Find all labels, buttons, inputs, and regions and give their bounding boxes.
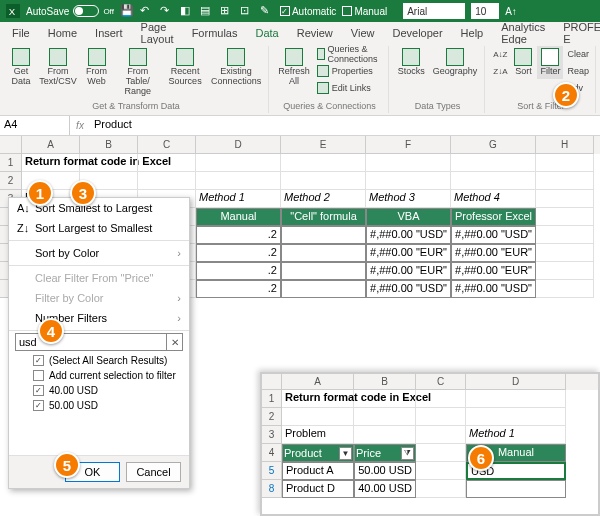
row-header[interactable]: 2 (0, 172, 22, 190)
filter-button[interactable]: Filter (537, 46, 563, 79)
cell[interactable]: Method 1 (196, 190, 281, 208)
col-header[interactable]: C (416, 374, 466, 390)
from-csv-button[interactable]: From Text/CSV (36, 46, 80, 89)
table-header-product[interactable]: Product▼ (282, 444, 354, 462)
queries-conn-item[interactable]: Queries & Connections (315, 46, 384, 62)
select-all-checkbox[interactable]: ✓(Select All Search Results) (9, 353, 189, 368)
from-web-button[interactable]: From Web (82, 46, 112, 89)
table-header[interactable]: Professor Excel (451, 208, 536, 226)
sort-za-icon[interactable]: Z↓A (491, 63, 509, 79)
row-header[interactable]: 1 (262, 390, 282, 408)
cell[interactable]: .2 (196, 280, 281, 298)
get-data-button[interactable]: Get Data (8, 46, 34, 89)
col-header[interactable]: D (466, 374, 566, 390)
tab-developer[interactable]: Developer (384, 22, 450, 44)
automatic-checkbox[interactable]: ✓Automatic (280, 6, 336, 17)
cell[interactable]: #,##0.00 "EUR" (451, 262, 536, 280)
cell[interactable]: Return format code in Excel (282, 390, 354, 408)
tab-home[interactable]: Home (40, 22, 85, 44)
autosave-toggle[interactable]: AutoSave Off (26, 5, 114, 17)
tab-analytics[interactable]: Analytics Edge (493, 22, 553, 44)
tab-view[interactable]: View (343, 22, 383, 44)
table-header[interactable]: "Cell" formula (281, 208, 366, 226)
row-header[interactable]: 8 (262, 480, 282, 498)
fx-icon[interactable]: fx (70, 116, 90, 135)
filter-search-input[interactable] (15, 333, 167, 351)
qat-icon[interactable]: ▤ (200, 4, 214, 18)
stocks-button[interactable]: Stocks (395, 46, 428, 79)
tab-formulas[interactable]: Formulas (184, 22, 246, 44)
tab-data[interactable]: Data (247, 22, 286, 44)
name-box[interactable]: A4 (0, 116, 70, 135)
col-header[interactable]: C (138, 136, 196, 154)
cell[interactable]: .2 (196, 244, 281, 262)
cell[interactable] (281, 244, 366, 262)
recent-sources-button[interactable]: Recent Sources (164, 46, 206, 89)
cell[interactable]: .2 (196, 262, 281, 280)
cell[interactable]: #,##0.00 "EUR" (366, 262, 451, 280)
col-header[interactable]: A (22, 136, 80, 154)
cell[interactable] (281, 280, 366, 298)
cell[interactable]: .2 (196, 226, 281, 244)
col-header[interactable]: G (451, 136, 536, 154)
row-header[interactable]: 1 (0, 154, 22, 172)
clear-search-icon[interactable]: ✕ (167, 333, 183, 351)
tab-review[interactable]: Review (289, 22, 341, 44)
cell[interactable]: Product A (282, 462, 354, 480)
select-all-corner[interactable] (262, 374, 282, 390)
filter-active-icon[interactable]: ⧩ (401, 447, 414, 460)
filter-value-checkbox[interactable]: ✓40.00 USD (9, 383, 189, 398)
cell[interactable]: Product D (282, 480, 354, 498)
cell[interactable]: #,##0.00 "USD" (366, 226, 451, 244)
cell[interactable]: Method 2 (281, 190, 366, 208)
manual-checkbox[interactable]: Manual (342, 6, 387, 17)
redo-icon[interactable]: ↷ (160, 4, 174, 18)
col-header[interactable]: B (80, 136, 138, 154)
geography-button[interactable]: Geography (430, 46, 481, 79)
table-header[interactable]: Manual (196, 208, 281, 226)
cell[interactable] (281, 262, 366, 280)
sort-desc-item[interactable]: Z↓Sort Largest to Smallest (9, 218, 189, 238)
number-filters-item[interactable]: Number Filters› (9, 308, 189, 328)
col-header[interactable]: A (282, 374, 354, 390)
tab-insert[interactable]: Insert (87, 22, 131, 44)
table-header[interactable]: VBA (366, 208, 451, 226)
sort-button[interactable]: Sort (511, 46, 535, 79)
properties-item[interactable]: Properties (315, 63, 384, 79)
reapply-item[interactable]: Reap (565, 63, 591, 79)
font-name-box[interactable]: Arial (403, 3, 465, 19)
cell[interactable]: #,##0.00 "EUR" (451, 244, 536, 262)
col-header[interactable]: D (196, 136, 281, 154)
clear-filter-item[interactable]: Clear (565, 46, 591, 62)
filter-value-checkbox[interactable]: ✓50.00 USD (9, 398, 189, 413)
filter-dropdown-icon[interactable]: ▼ (339, 447, 352, 460)
cell[interactable]: Return format code in Excel (22, 154, 80, 172)
cell[interactable] (281, 226, 366, 244)
tab-file[interactable]: File (4, 22, 38, 44)
cell[interactable]: Method 4 (451, 190, 536, 208)
cell[interactable]: Method 3 (366, 190, 451, 208)
col-header[interactable]: E (281, 136, 366, 154)
select-all-corner[interactable] (0, 136, 22, 154)
sort-by-color-item[interactable]: Sort by Color› (9, 243, 189, 263)
col-header[interactable]: F (366, 136, 451, 154)
row-header[interactable]: 2 (262, 408, 282, 426)
cell[interactable]: 40.00 USD (354, 480, 416, 498)
qat-icon[interactable]: ⊞ (220, 4, 234, 18)
cell[interactable]: #,##0.00 "USD" (451, 280, 536, 298)
row-header[interactable]: 4 (262, 444, 282, 462)
row-header[interactable]: 5 (262, 462, 282, 480)
cell[interactable]: Problem (282, 426, 354, 444)
edit-links-item[interactable]: Edit Links (315, 80, 384, 96)
tab-help[interactable]: Help (453, 22, 492, 44)
cell[interactable]: #,##0.00 "EUR" (366, 244, 451, 262)
tab-professor[interactable]: PROFESSOR E (555, 22, 600, 44)
cell[interactable]: Method 1 (466, 426, 566, 444)
qat-icon[interactable]: ✎ (260, 4, 274, 18)
existing-conn-button[interactable]: Existing Connections (208, 46, 264, 89)
col-header[interactable]: B (354, 374, 416, 390)
formula-bar[interactable]: Product (90, 116, 600, 135)
save-icon[interactable]: 💾 (120, 4, 134, 18)
font-size-box[interactable]: 10 (471, 3, 499, 19)
from-table-button[interactable]: From Table/ Range (113, 46, 162, 99)
